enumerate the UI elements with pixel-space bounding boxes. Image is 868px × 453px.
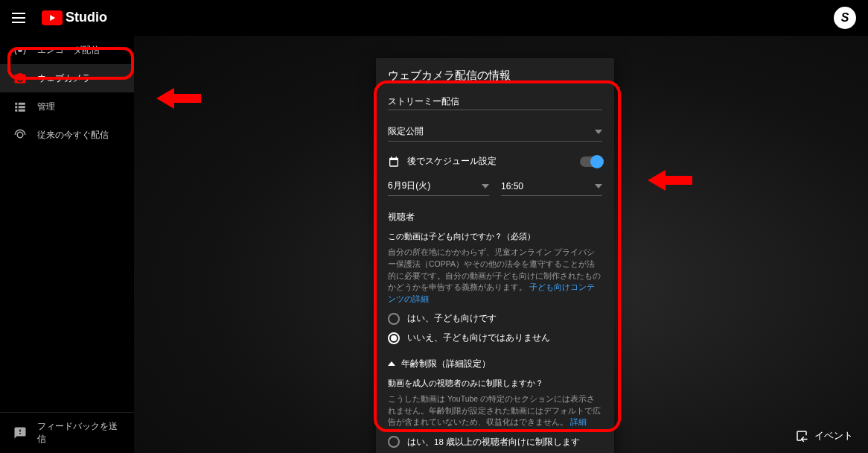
live-icon (13, 128, 27, 142)
brand-text: Studio (66, 10, 107, 25)
sidebar-item-label: 従来の今すぐ配信 (37, 129, 109, 142)
chevron-down-icon (482, 184, 489, 189)
exit-icon (795, 429, 808, 443)
expander-label: 年齢制限（詳細設定） (401, 358, 491, 370)
radio-label: はい、子ども向けです (407, 313, 497, 324)
schedule-time-select[interactable]: 16:50 (501, 175, 602, 196)
sidebar-item-webcam[interactable]: ウェブカメラ (0, 64, 134, 92)
youtube-logo-icon (42, 10, 63, 25)
events-label: イベント (814, 429, 853, 443)
feedback-label: フィードバックを送信 (37, 420, 121, 446)
schedule-toggle[interactable] (580, 156, 602, 167)
hamburger-menu-icon[interactable] (12, 9, 30, 27)
feedback-icon (13, 426, 27, 440)
radio-age-yes[interactable]: はい、18 歳以上の視聴者向けに制限します (388, 436, 602, 448)
audience-question: この動画は子ども向けですか？（必須） (388, 231, 602, 242)
radio-label: いいえ、子ども向けではありません (407, 332, 550, 343)
feedback-button[interactable]: フィードバックを送信 (0, 412, 134, 453)
calendar-icon (388, 156, 400, 168)
broadcast-icon (13, 43, 27, 57)
app-header: Studio S (0, 0, 868, 36)
age-description: こうした動画は YouTube の特定のセクションには表示されません。年齢制限が… (388, 393, 602, 428)
schedule-date-value: 6月9日(火) (388, 180, 430, 192)
list-icon (13, 100, 27, 113)
visibility-value: 限定公開 (388, 125, 424, 138)
brand[interactable]: Studio (42, 10, 107, 25)
sidebar: エンコーダ配信 ウェブカメラ 管理 従来の今すぐ配信 フィードバックを送信 (0, 36, 134, 453)
age-restriction-expander[interactable]: 年齢制限（詳細設定） (388, 358, 602, 370)
radio-kids-yes[interactable]: はい、子ども向けです (388, 313, 602, 325)
header-left: Studio (12, 9, 107, 27)
audience-description: 自分の所在地にかかわらず、児童オンライン プライバシー保護法（COPPA）やその… (388, 247, 602, 305)
radio-kids-no[interactable]: いいえ、子ども向けではありません (388, 332, 602, 344)
events-button[interactable]: イベント (795, 429, 853, 443)
radio-icon (388, 313, 400, 325)
age-desc-text: こうした動画は YouTube の特定のセクションには表示されません。年齢制限が… (388, 394, 601, 427)
camera-icon (13, 72, 27, 85)
dialog-title: ウェブカメラ配信の情報 (376, 58, 614, 92)
chevron-down-icon (595, 130, 602, 134)
dialog-body: 限定公開 後でスケジュール設定 6月9日(火) 16:50 視聴者 この動画は子… (376, 92, 614, 453)
radio-label: はい、18 歳以上の視聴者向けに制限します (407, 437, 580, 448)
schedule-label: 後でスケジュール設定 (407, 155, 497, 168)
sidebar-item-label: ウェブカメラ (37, 72, 91, 85)
schedule-toggle-row: 後でスケジュール設定 (388, 155, 602, 168)
sidebar-item-manage[interactable]: 管理 (0, 92, 134, 121)
age-learn-more-link[interactable]: 詳細 (570, 417, 587, 426)
schedule-toggle-left: 後でスケジュール設定 (388, 155, 497, 168)
stream-title-input[interactable] (388, 92, 602, 110)
sidebar-item-classic-live[interactable]: 従来の今すぐ配信 (0, 121, 134, 149)
audience-heading: 視聴者 (388, 211, 602, 224)
avatar[interactable]: S (834, 7, 856, 29)
sidebar-item-label: エンコーダ配信 (37, 44, 100, 57)
sidebar-item-label: 管理 (37, 101, 55, 113)
schedule-date-select[interactable]: 6月9日(火) (388, 175, 489, 196)
age-question: 動画を成人の視聴者のみに制限しますか？ (388, 378, 602, 389)
radio-icon (388, 332, 400, 344)
radio-icon (388, 436, 400, 448)
visibility-select[interactable]: 限定公開 (388, 121, 602, 142)
chevron-up-icon (388, 361, 395, 366)
sidebar-item-encoder[interactable]: エンコーダ配信 (0, 36, 134, 64)
webcam-stream-info-dialog: ウェブカメラ配信の情報 限定公開 後でスケジュール設定 6月9日(火) 16:5… (376, 58, 614, 453)
schedule-time-value: 16:50 (501, 181, 523, 191)
chevron-down-icon (595, 184, 602, 189)
